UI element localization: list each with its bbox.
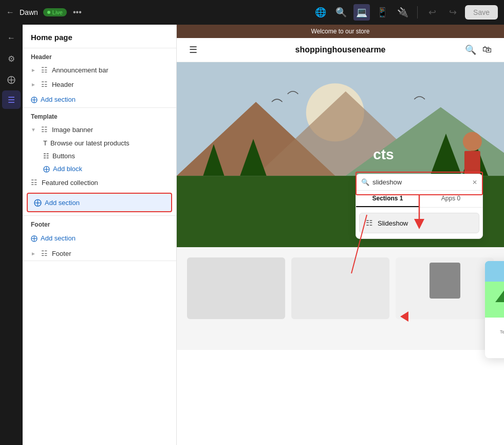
sidebar-item-announcement-bar[interactable]: ► ☷ Announcement bar [23,63,176,77]
search-result-slideshow[interactable]: ☷ Slideshow [359,213,479,233]
chevron-icon: ► [31,251,36,256]
item-icon: ☷ [41,66,48,74]
topbar: ← Dawn Live ••• 🌐 🔍 💻 📱 🔌 ↩ ↪ Save [0,0,504,25]
store-logo: shoppinghousenearme [295,45,385,54]
search-icon[interactable]: 🔍 [333,4,349,21]
hero-text: cts [373,146,394,163]
sub-label: Buttons [52,152,75,160]
topbar-icons: 🌐 🔍 💻 📱 🔌 ↩ ↪ Save [312,4,498,21]
icon-sidebar: ← ⚙ ⨁ ☰ [0,25,23,445]
plus-icon: ⨁ [43,165,50,173]
search-popup-icon: 🔍 [361,178,369,186]
add-block-label: Add block [53,165,82,173]
desktop-icon[interactable]: 💻 [353,4,370,21]
add-section-label: Add section [41,96,76,103]
add-section-label: Add section [45,199,80,207]
back-icon[interactable]: ← [6,8,14,17]
slideshow-preview-info: Image slide Tell your brand's story thro… [485,318,504,358]
mobile-icon[interactable]: 📱 [374,4,390,21]
search-nav-icon: 🔍 [465,44,476,55]
plus-icon: ⨁ [34,198,42,207]
sidebar-back-btn[interactable]: ← [2,29,21,47]
product-card [396,257,494,319]
item-icon: ☷ [31,178,38,187]
sidebar-settings-btn[interactable]: ⚙ [2,49,21,68]
slideshow-dots [490,347,504,354]
preview-nav: ☰ shoppinghousenearme 🔍 🛍 [177,38,504,62]
slideshow-img-svg [485,261,504,318]
sidebar-item-featured-collection[interactable]: ☷ Featured collection [23,175,176,190]
header-add-section-btn[interactable]: ⨁ Add section [23,91,176,107]
slideshow-icon: ☷ [366,218,372,228]
chevron-icon: ► [31,82,36,87]
live-dot [47,11,50,14]
tab-sections[interactable]: Sections 1 [356,191,419,207]
template-group-title: Template [23,108,176,122]
undo-icon[interactable]: ↩ [424,4,440,21]
slideshow-preview-card: Image slide Tell your brand's story thro… [485,261,504,358]
item-icon: ☷ [41,80,48,88]
search-popup: 🔍 ✕ Sections 1 Apps 0 ☷ Slideshow [356,174,483,239]
sidebar-item-footer[interactable]: ► ☷ Footer [23,246,176,261]
live-badge: Live [43,8,67,16]
search-results: ☷ Slideshow [356,208,482,238]
result-label: Slideshow [378,219,408,227]
product-card [187,257,285,319]
chevron-icon: ► [31,67,36,73]
button-icon: ☷ [43,152,49,160]
sidebar-subitem-buttons[interactable]: ☷ Buttons [23,150,176,162]
item-label: Announcement bar [52,66,108,74]
plus-icon: ⨁ [31,96,38,103]
footer-add-section-btn[interactable]: ⨁ Add section [23,230,176,246]
announcement-bar: Welcome to our store [177,25,504,38]
more-icon[interactable]: ••• [73,8,82,17]
search-tabs: Sections 1 Apps 0 [356,191,482,208]
slideshow-preview-img [485,261,504,318]
item-label: Footer [52,250,71,257]
item-label: Featured collection [42,179,98,187]
nav-icons: 🔍 🛍 [465,44,492,55]
store-name: Dawn [20,8,38,16]
product-card [291,257,389,319]
text-icon: T [43,139,47,147]
add-block-btn[interactable]: ⨁ Add block [23,162,176,175]
slideshow-card-title: Image slide [490,322,504,328]
template-group: Template ▼ ☷ Image banner T Browse our l… [23,108,176,216]
tablet-icon[interactable]: 🔌 [395,4,411,21]
cart-icon: 🛍 [482,44,492,55]
chevron-down-icon: ▼ [31,127,36,133]
add-section-label: Add section [41,234,76,242]
item-label: Header [52,81,74,88]
plus-icon: ⨁ [31,234,38,242]
panels-sidebar: Home page Header ► ☷ Announcement bar ► … [23,25,177,445]
search-popup-input[interactable] [372,178,469,186]
svg-point-10 [463,132,482,151]
item-icon: ☷ [41,249,48,257]
search-input-row: 🔍 ✕ [356,174,482,191]
sidebar-title: Home page [23,25,176,48]
hamburger-icon: ☰ [189,44,197,55]
sub-label: Browse our latest products [50,139,129,147]
sidebar-sections-btn[interactable]: ☰ [2,90,21,109]
main-layout: ← ⚙ ⨁ ☰ Home page Header ► ☷ Announcemen… [0,25,504,445]
template-add-section-btn[interactable]: ⨁ Add section [27,193,172,212]
clear-icon[interactable]: ✕ [472,179,477,186]
slideshow-card-desc: Tell your brand's story through images [490,329,504,335]
item-icon: ☷ [41,125,48,134]
sidebar-subitem-browse[interactable]: T Browse our latest products [23,137,176,150]
footer-group: Footer ⨁ Add section ► ☷ Footer [23,216,176,261]
sidebar-item-image-banner[interactable]: ▼ ☷ Image banner [23,122,176,137]
preview-area: Welcome to our store ☰ shoppinghousenear… [177,25,504,445]
save-button[interactable]: Save [465,5,498,20]
product-grid [187,257,494,319]
tab-apps[interactable]: Apps 0 [419,191,482,207]
footer-group-title: Footer [23,216,176,230]
globe-icon[interactable]: 🌐 [312,4,329,21]
sidebar-blocks-btn[interactable]: ⨁ [2,70,21,88]
preview-products [177,247,504,350]
sidebar-item-header[interactable]: ► ☷ Header [23,77,176,91]
item-label: Image banner [52,126,93,134]
header-group: Header ► ☷ Announcement bar ► ☷ Header ⨁… [23,48,176,108]
redo-icon[interactable]: ↪ [444,4,461,21]
header-group-title: Header [23,48,176,63]
